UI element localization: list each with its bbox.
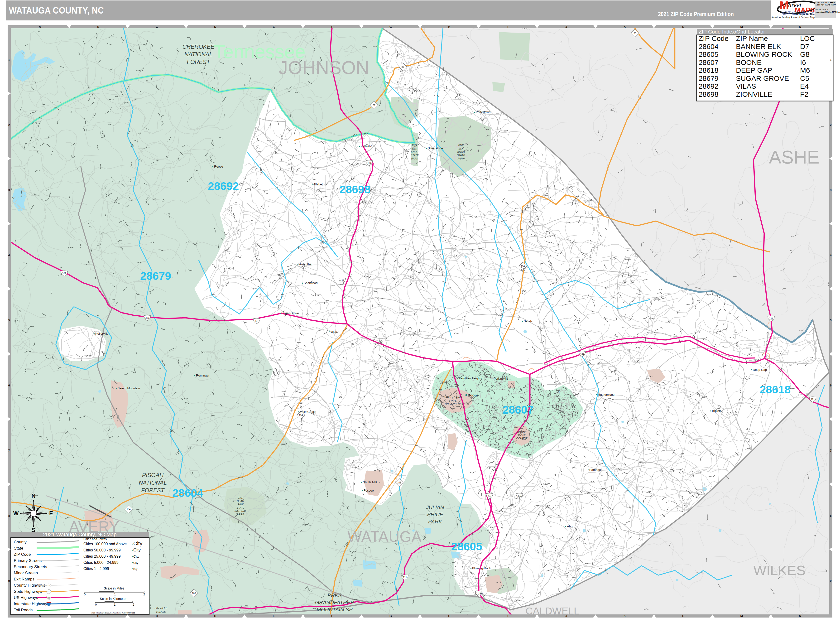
svg-text:M6: M6 [800, 66, 810, 74]
svg-text:ZIP Code: ZIP Code [699, 34, 729, 42]
svg-text:28679: 28679 [699, 74, 718, 82]
svg-text:28607: 28607 [699, 58, 718, 66]
svg-text:G: G [389, 25, 392, 28]
svg-text:Cities 50,000 - 99,999: Cities 50,000 - 99,999 [83, 548, 121, 552]
svg-text:Sands: Sands [524, 319, 533, 323]
svg-text:FOREST: FOREST [187, 59, 211, 65]
svg-text:321: 321 [62, 272, 66, 275]
svg-text:ZIP Name: ZIP Name [736, 34, 768, 42]
svg-text:NATIONAL: NATIONAL [184, 51, 212, 58]
svg-text:Pottertown: Pottertown [476, 110, 490, 114]
svg-text:County: County [14, 540, 27, 544]
svg-text:CHEROKEE: CHEROKEE [183, 43, 215, 50]
svg-text:B: B [97, 25, 99, 28]
svg-text:28692: 28692 [208, 180, 239, 192]
svg-text:On Target. On Time.: On Target. On Time. [795, 13, 815, 15]
svg-text:2: 2 [830, 123, 832, 127]
svg-text:Sherwood: Sherwood [304, 281, 318, 285]
svg-text:City: City [133, 548, 141, 553]
svg-text:F2: F2 [800, 90, 808, 98]
svg-text:I: I [507, 614, 508, 618]
svg-text:M: M [780, 0, 789, 11]
svg-text:CALL US TOLL FREE!: CALL US TOLL FREE! [816, 1, 836, 4]
svg-text:N: N [31, 493, 36, 499]
svg-text:C5: C5 [800, 74, 809, 82]
svg-text:G: G [389, 614, 392, 618]
svg-text:B: B [97, 614, 99, 618]
svg-text:RIDGE: RIDGE [156, 610, 166, 614]
svg-text:City: City [133, 568, 137, 570]
svg-text:PRKS: PRKS [328, 592, 342, 598]
svg-text:AREA: AREA [237, 513, 244, 516]
svg-text:Cities and Towns: Cities and Towns [83, 537, 107, 541]
svg-text:ELK: ELK [459, 147, 464, 150]
svg-text:L: L [682, 614, 684, 618]
svg-text:0: 0 [95, 603, 97, 606]
svg-text:STATE: STATE [411, 154, 419, 157]
svg-text:STATE: STATE [449, 399, 457, 402]
svg-text:G8: G8 [800, 51, 810, 58]
svg-text:J: J [565, 614, 567, 618]
svg-text:Vilas: Vilas [330, 330, 337, 333]
svg-text:Zionville: Zionville [361, 144, 372, 148]
svg-text:E: E [273, 614, 275, 618]
svg-text:JULIAN: JULIAN [426, 504, 444, 510]
svg-text:Bamboo: Bamboo [589, 468, 601, 472]
svg-text:7: 7 [830, 449, 832, 452]
svg-text:421: 421 [580, 352, 584, 355]
svg-text:9: 9 [8, 579, 10, 582]
svg-text:H: H [448, 25, 450, 28]
svg-text:ENR: ENR [412, 144, 417, 147]
svg-text:194: 194 [299, 414, 303, 417]
svg-text:WATAUGA COUNTY, NC: WATAUGA COUNTY, NC [9, 6, 104, 15]
svg-text:PISGAH: PISGAH [142, 472, 164, 478]
svg-text:EMAIL US AT:: EMAIL US AT: [816, 9, 828, 11]
svg-text:E4: E4 [800, 82, 809, 90]
svg-text:BLOWING ROCK: BLOWING ROCK [736, 51, 792, 58]
svg-text:PAW: PAW [237, 503, 244, 506]
svg-text:Toll Roads: Toll Roads [14, 608, 33, 612]
svg-text:Grandview Heights: Grandview Heights [458, 377, 482, 380]
svg-text:F: F [331, 25, 333, 28]
svg-text:K: K [623, 25, 626, 28]
svg-text:Cities 1 - 4,999: Cities 1 - 4,999 [83, 567, 109, 571]
svg-text:3: 3 [830, 189, 832, 192]
svg-text:NATURAL: NATURAL [234, 510, 247, 513]
svg-text:D7: D7 [800, 43, 809, 51]
svg-text:5: 5 [830, 319, 832, 322]
svg-text:105: 105 [397, 481, 401, 484]
svg-text:28607: 28607 [503, 403, 534, 416]
svg-text:Exit Ramps: Exit Ramps [14, 577, 34, 581]
svg-text:COURSE: COURSE [516, 437, 528, 440]
svg-text:Cities 100,000 and Above: Cities 100,000 and Above [83, 542, 127, 546]
svg-text:N: N [799, 614, 801, 618]
svg-text:67: 67 [373, 104, 375, 107]
svg-text:I: I [507, 25, 508, 28]
svg-text:421: 421 [340, 279, 344, 282]
svg-text:LINVILLE: LINVILLE [154, 606, 168, 610]
svg-text:D: D [214, 25, 216, 28]
svg-text:321: 321 [255, 320, 259, 322]
svg-text:DEEP GAP: DEEP GAP [736, 66, 772, 74]
svg-text:2021 ZIP Code Premium Edition: 2021 ZIP Code Premium Edition [658, 11, 734, 17]
svg-text:PARK: PARK [457, 157, 465, 160]
svg-text:Scale in Kilometers: Scale in Kilometers [100, 597, 128, 601]
svg-text:UNIVERSITY: UNIVERSITY [445, 403, 461, 406]
svg-text:A: A [39, 25, 41, 28]
svg-text:SUGAR GROVE: SUGAR GROVE [736, 74, 789, 82]
svg-text:88: 88 [401, 65, 404, 68]
svg-text:Minor Streets: Minor Streets [14, 571, 38, 575]
svg-text:105: 105 [192, 592, 196, 595]
svg-text:0: 0 [84, 593, 86, 596]
svg-text:28605: 28605 [699, 51, 718, 58]
svg-text:A: A [39, 614, 41, 618]
svg-text:City: City [133, 554, 140, 559]
svg-text:Rominger: Rominger [196, 374, 209, 377]
svg-text:ZIP Code: ZIP Code [14, 552, 31, 557]
svg-text:ASHE: ASHE [769, 147, 819, 168]
svg-text:W: W [13, 510, 19, 517]
svg-text:ENR: ENR [458, 144, 464, 147]
svg-text:STATE: STATE [236, 506, 245, 509]
svg-text:321: 321 [518, 495, 522, 497]
svg-text:US Highways: US Highways [14, 596, 38, 600]
